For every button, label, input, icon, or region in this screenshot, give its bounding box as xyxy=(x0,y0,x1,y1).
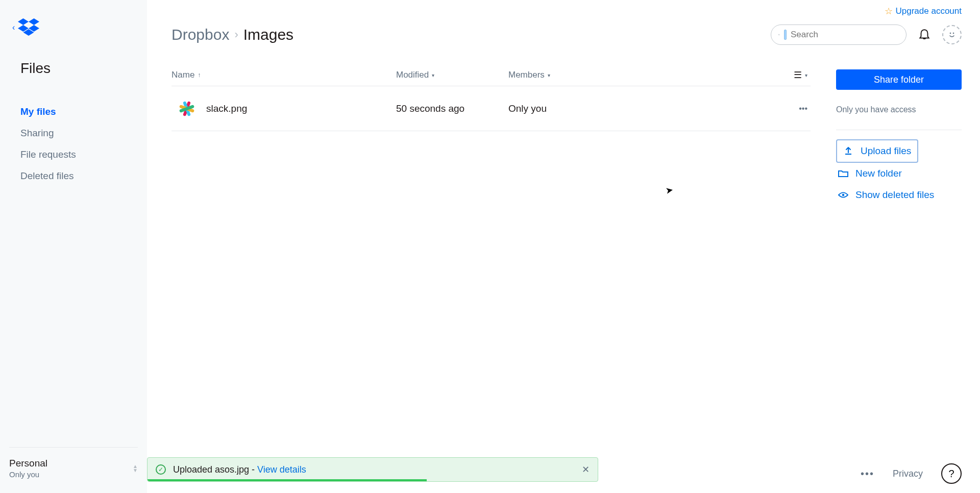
svg-point-8 xyxy=(953,33,954,34)
file-area: Name ↑ Modified ▾ Members ▾ ☰ ▾ xyxy=(172,69,811,206)
smile-icon xyxy=(947,30,957,40)
list-view-icon: ☰ xyxy=(794,69,802,81)
check-circle-icon: ✓ xyxy=(156,464,166,475)
show-deleted-label: Show deleted files xyxy=(855,189,934,201)
file-members: Only you xyxy=(508,103,547,114)
new-folder-button[interactable]: New folder xyxy=(836,163,962,184)
star-icon: ☆ xyxy=(885,6,893,17)
eye-icon xyxy=(838,191,848,199)
sort-asc-icon: ↑ xyxy=(198,71,201,79)
svg-point-14 xyxy=(842,194,845,196)
caret-down-icon: ▾ xyxy=(548,72,550,78)
file-name: slack.png xyxy=(206,103,247,114)
svg-marker-1 xyxy=(29,18,39,25)
show-deleted-button[interactable]: Show deleted files xyxy=(836,184,962,206)
side-actions: Share folder Only you have access Upload… xyxy=(836,69,962,206)
side-divider xyxy=(836,130,962,130)
nav-sharing[interactable]: Sharing xyxy=(0,122,147,144)
breadcrumb: Dropbox › Images xyxy=(172,26,293,43)
sidebar-section-title: Files xyxy=(0,60,147,77)
topbar: ☆ Upgrade account xyxy=(172,0,962,17)
help-button[interactable]: ? xyxy=(941,463,962,484)
col-header-members[interactable]: Members ▾ xyxy=(508,70,595,80)
breadcrumb-root[interactable]: Dropbox xyxy=(172,26,229,43)
close-icon[interactable]: ✕ xyxy=(582,464,590,475)
bell-icon[interactable] xyxy=(918,28,931,42)
col-modified-label: Modified xyxy=(396,70,429,80)
account-updown-icon[interactable]: ▲▼ xyxy=(133,464,138,473)
footer: ••• Privacy ? xyxy=(861,463,962,484)
new-folder-label: New folder xyxy=(855,168,902,179)
avatar[interactable] xyxy=(942,25,962,44)
upload-icon xyxy=(843,146,853,156)
account-text: Personal Only you xyxy=(9,458,47,479)
account-sub: Only you xyxy=(9,470,47,479)
content: Name ↑ Modified ▾ Members ▾ ☰ ▾ xyxy=(172,69,962,206)
svg-point-7 xyxy=(950,33,951,34)
col-header-name[interactable]: Name ↑ xyxy=(172,70,396,80)
view-switcher[interactable]: ☰ ▾ xyxy=(595,69,811,81)
toast-msg: Uploaded asos.jpg - xyxy=(173,464,257,475)
caret-down-icon: ▾ xyxy=(805,72,807,78)
breadcrumb-current: Images xyxy=(243,26,293,43)
app-root: ‹ Files My files Sharing File requests D… xyxy=(0,0,980,493)
search-icon xyxy=(778,31,780,39)
account-switcher[interactable]: Personal Only you ▲▼ xyxy=(0,458,147,493)
header-right xyxy=(771,24,962,45)
table-header: Name ↑ Modified ▾ Members ▾ ☰ ▾ xyxy=(172,69,811,86)
back-chevron-icon[interactable]: ‹ xyxy=(12,23,15,32)
upload-files-button[interactable]: Upload files xyxy=(836,139,918,163)
dropbox-logo-icon[interactable] xyxy=(18,18,39,37)
nav-file-requests[interactable]: File requests xyxy=(0,144,147,165)
col-header-modified[interactable]: Modified ▾ xyxy=(396,70,508,80)
privacy-link[interactable]: Privacy xyxy=(893,469,923,479)
upgrade-account-link[interactable]: ☆ Upgrade account xyxy=(885,6,962,17)
access-text: Only you have access xyxy=(836,105,962,114)
nav-deleted-files[interactable]: Deleted files xyxy=(0,165,147,187)
caret-down-icon: ▾ xyxy=(432,72,434,78)
folder-icon xyxy=(838,169,848,178)
header-row: Dropbox › Images xyxy=(172,20,962,49)
search-input[interactable] xyxy=(791,30,899,40)
logo-row: ‹ xyxy=(0,18,147,37)
toast-view-details-link[interactable]: View details xyxy=(257,464,306,475)
upgrade-label: Upgrade account xyxy=(896,6,962,16)
upload-label: Upload files xyxy=(861,145,911,157)
share-folder-button[interactable]: Share folder xyxy=(836,69,962,90)
chevron-right-icon: › xyxy=(234,28,238,41)
row-more-icon[interactable]: ••• xyxy=(799,104,807,113)
sidebar: ‹ Files My files Sharing File requests D… xyxy=(0,0,147,493)
account-name: Personal xyxy=(9,458,47,469)
toast-progress xyxy=(148,479,427,481)
sidebar-nav: My files Sharing File requests Deleted f… xyxy=(0,101,147,187)
footer-more-icon[interactable]: ••• xyxy=(861,468,874,480)
main-panel: ☆ Upgrade account Dropbox › Images xyxy=(147,0,980,493)
svg-point-5 xyxy=(778,34,779,35)
table-row[interactable]: slack.png 50 seconds ago Only you ••• xyxy=(172,86,811,131)
search-box[interactable] xyxy=(771,24,906,45)
sidebar-divider xyxy=(9,447,138,448)
svg-marker-0 xyxy=(18,18,29,25)
file-thumb-icon xyxy=(178,100,196,118)
col-name-label: Name xyxy=(172,70,194,80)
nav-my-files[interactable]: My files xyxy=(0,101,147,122)
file-modified: 50 seconds ago xyxy=(396,103,464,114)
toast-text: Uploaded asos.jpg - View details xyxy=(173,464,306,475)
upload-toast: ✓ Uploaded asos.jpg - View details ✕ xyxy=(147,457,598,482)
col-members-label: Members xyxy=(508,70,545,80)
svg-line-6 xyxy=(779,35,780,35)
search-scope-folder-icon[interactable] xyxy=(784,30,787,40)
